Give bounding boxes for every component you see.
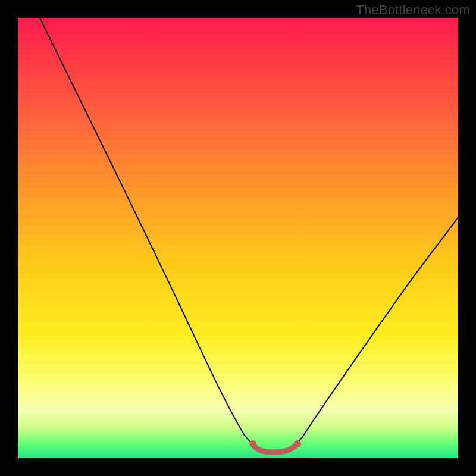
chart-frame: TheBottleneck.com xyxy=(0,0,476,476)
optimum-marker xyxy=(253,444,298,452)
attribution-text: TheBottleneck.com xyxy=(356,2,470,18)
plot-area xyxy=(18,18,458,458)
optimum-marker-end-dot xyxy=(294,440,301,447)
bottleneck-curve xyxy=(40,18,458,452)
optimum-marker-start-dot xyxy=(249,440,256,447)
curve-layer xyxy=(18,18,458,458)
